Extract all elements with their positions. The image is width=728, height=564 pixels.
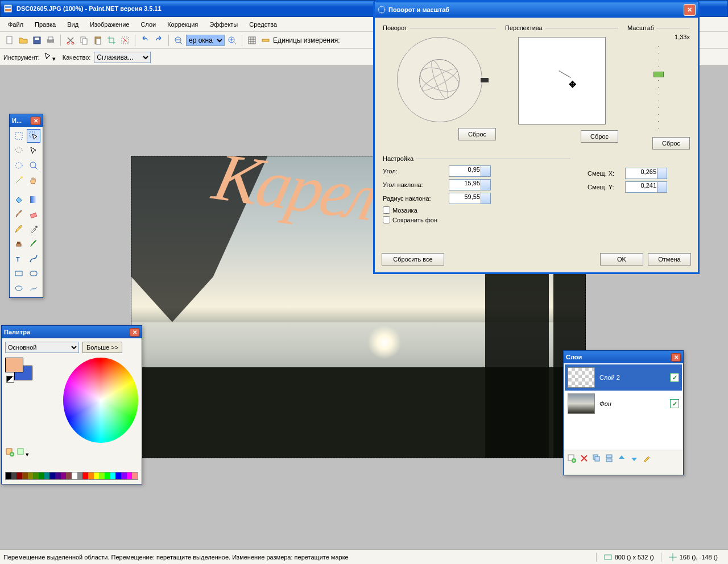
tilt-radius-input[interactable]: 59,55 bbox=[449, 193, 491, 204]
open-button[interactable] bbox=[17, 34, 30, 47]
close-icon[interactable]: ✕ bbox=[671, 353, 681, 362]
deselect-button[interactable] bbox=[119, 34, 131, 47]
scale-slider[interactable] bbox=[652, 46, 665, 131]
copy-button[interactable] bbox=[78, 34, 90, 47]
palette-swatch[interactable] bbox=[127, 472, 133, 479]
tool-rect[interactable] bbox=[12, 267, 26, 280]
tool-rect-select[interactable] bbox=[12, 129, 26, 143]
zoom-out-button[interactable] bbox=[172, 34, 185, 47]
undo-button[interactable] bbox=[139, 34, 151, 47]
colors-window[interactable]: Палитра ✕ Основной Больше >> ▾ bbox=[1, 325, 142, 484]
reset-rotation-button[interactable]: Сброс bbox=[458, 128, 496, 140]
tool-zoom[interactable] bbox=[27, 159, 40, 172]
bw-reset-icon[interactable] bbox=[6, 376, 14, 383]
palette-swatch[interactable] bbox=[88, 472, 94, 479]
layer-visibility-checkbox[interactable]: ✓ bbox=[670, 373, 679, 382]
layer-visibility-checkbox[interactable]: ✓ bbox=[670, 399, 679, 408]
reset-all-button[interactable]: Сбросить все bbox=[382, 253, 444, 266]
palette-swatch[interactable] bbox=[110, 472, 116, 479]
palette-swatch[interactable] bbox=[6, 472, 11, 479]
menu-tools[interactable]: Средства bbox=[243, 19, 283, 30]
quality-select[interactable]: Сглажива... bbox=[94, 52, 151, 63]
delete-layer-button[interactable] bbox=[578, 453, 590, 464]
palette-swatch[interactable] bbox=[22, 472, 28, 479]
palette-swatch[interactable] bbox=[16, 472, 22, 479]
layer-row[interactable]: Слой 2 ✓ bbox=[565, 364, 682, 391]
rotation-ball[interactable] bbox=[397, 37, 482, 122]
menu-correction[interactable]: Коррекция bbox=[162, 19, 204, 30]
cancel-button[interactable]: Отмена bbox=[648, 253, 691, 266]
paste-button[interactable] bbox=[92, 34, 104, 47]
layer-row[interactable]: Фон ✓ bbox=[565, 391, 682, 417]
palette-menu-button[interactable]: ▾ bbox=[16, 447, 29, 458]
add-color-button[interactable] bbox=[5, 447, 14, 458]
tool-fill[interactable] bbox=[12, 193, 26, 206]
palette-swatch[interactable] bbox=[33, 472, 39, 479]
dialog-titlebar[interactable]: Поворот и масштаб ✕ bbox=[375, 2, 698, 18]
move-up-button[interactable] bbox=[616, 453, 627, 464]
tool-roundrect[interactable] bbox=[27, 267, 40, 280]
keep-bg-checkbox[interactable] bbox=[383, 216, 390, 223]
palette-swatch[interactable] bbox=[99, 472, 105, 479]
duplicate-layer-button[interactable] bbox=[591, 453, 602, 464]
color-swatches[interactable] bbox=[5, 358, 29, 383]
offset-x-input[interactable]: 0,265 bbox=[625, 168, 667, 179]
palette-swatch[interactable] bbox=[105, 472, 110, 479]
tool-gradient[interactable] bbox=[27, 193, 40, 206]
add-layer-button[interactable] bbox=[566, 453, 577, 464]
tool-move[interactable] bbox=[27, 144, 40, 157]
menu-view[interactable]: Вид bbox=[61, 19, 84, 30]
tool-picker[interactable] bbox=[27, 222, 40, 236]
palette-strip[interactable] bbox=[5, 472, 138, 480]
tool-pan[interactable] bbox=[27, 173, 40, 187]
tool-brush[interactable] bbox=[12, 208, 26, 221]
palette-swatch[interactable] bbox=[94, 472, 100, 479]
tool-eraser[interactable] bbox=[27, 208, 40, 221]
close-icon[interactable]: ✕ bbox=[130, 328, 139, 337]
palette-swatch[interactable] bbox=[44, 472, 50, 479]
new-button[interactable] bbox=[3, 34, 16, 47]
palette-swatch[interactable] bbox=[11, 472, 17, 479]
palette-swatch[interactable] bbox=[39, 472, 44, 479]
colors-window-titlebar[interactable]: Палитра ✕ bbox=[2, 326, 142, 338]
primary-color-swatch[interactable] bbox=[5, 358, 23, 372]
print-button[interactable] bbox=[44, 34, 57, 47]
crop-button[interactable] bbox=[105, 34, 118, 47]
offset-y-input[interactable]: 0,241 bbox=[625, 181, 667, 193]
tool-ellipse[interactable] bbox=[12, 281, 26, 295]
tool-move-selection[interactable] bbox=[27, 129, 40, 143]
ok-button[interactable]: OK bbox=[600, 253, 643, 266]
zoom-select[interactable]: ер окна bbox=[186, 35, 225, 46]
tool-line[interactable] bbox=[27, 252, 40, 266]
tilt-angle-input[interactable]: 15,95 bbox=[449, 179, 491, 190]
tile-checkbox[interactable] bbox=[383, 206, 390, 214]
move-down-button[interactable] bbox=[628, 453, 640, 464]
merge-down-button[interactable] bbox=[603, 453, 615, 464]
angle-input[interactable]: 0,95 bbox=[449, 165, 491, 177]
reset-scale-button[interactable]: Сброс bbox=[652, 137, 690, 150]
color-mode-select[interactable]: Основной bbox=[5, 342, 79, 353]
rotate-zoom-dialog[interactable]: Поворот и масштаб ✕ Поворот Сброс Перспе… bbox=[373, 0, 700, 274]
tools-window-titlebar[interactable]: И... ✕ bbox=[10, 114, 43, 127]
palette-swatch[interactable] bbox=[72, 472, 77, 479]
layers-window[interactable]: Слои ✕ Слой 2 ✓ Фон ✓ bbox=[563, 350, 684, 475]
palette-swatch[interactable] bbox=[66, 472, 72, 479]
tools-window[interactable]: И... ✕ T bbox=[9, 114, 43, 298]
menu-layers[interactable]: Слои bbox=[135, 19, 162, 30]
perspective-pad[interactable]: ✥ bbox=[518, 37, 606, 125]
palette-swatch[interactable] bbox=[132, 472, 138, 479]
save-button[interactable] bbox=[31, 34, 43, 47]
tool-ellipse-select[interactable] bbox=[12, 159, 26, 172]
tool-freeform[interactable] bbox=[27, 281, 40, 295]
grid-button[interactable] bbox=[246, 34, 258, 47]
layer-properties-button[interactable] bbox=[641, 453, 652, 464]
menu-edit[interactable]: Правка bbox=[29, 19, 61, 30]
cut-button[interactable] bbox=[64, 34, 77, 47]
palette-swatch[interactable] bbox=[82, 472, 88, 479]
layers-window-titlebar[interactable]: Слои ✕ bbox=[564, 351, 683, 363]
close-icon[interactable]: ✕ bbox=[684, 4, 696, 16]
tool-lasso[interactable] bbox=[12, 144, 26, 157]
color-wheel[interactable] bbox=[63, 358, 138, 443]
current-tool-icon[interactable]: ▾ bbox=[43, 52, 56, 63]
reset-perspective-button[interactable]: Сброс bbox=[581, 130, 618, 143]
